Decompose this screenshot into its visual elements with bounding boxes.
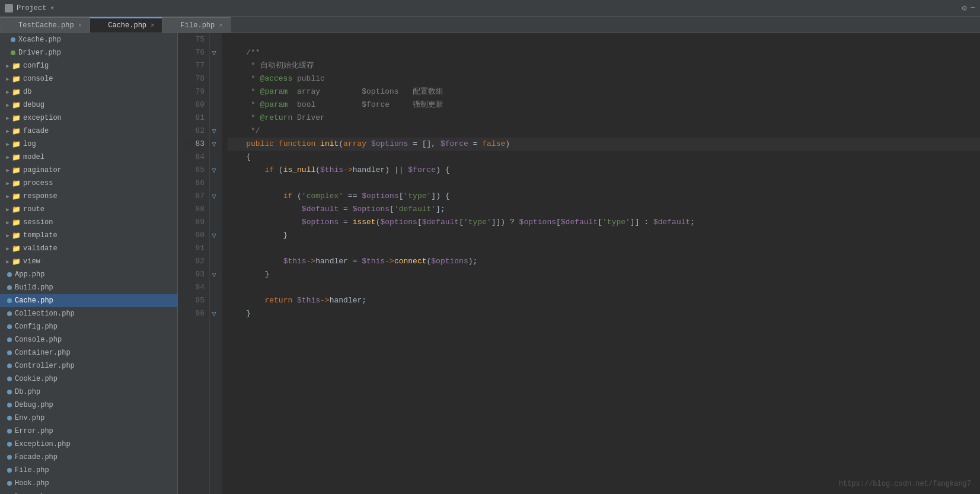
sidebar-item-app[interactable]: App.php xyxy=(0,268,177,281)
sidebar-item-debugphp[interactable]: Debug.php xyxy=(0,399,177,412)
title-bar: Project ▾ ⚙ − xyxy=(0,0,980,17)
tab-close-file[interactable]: × xyxy=(219,22,223,29)
gutter-83[interactable]: ▽ xyxy=(210,138,218,151)
gutter-96[interactable]: ▽ xyxy=(210,307,218,320)
gutter-84 xyxy=(210,151,218,164)
folder-icon-template: 📁 xyxy=(12,231,21,240)
tab-close-cache[interactable]: × xyxy=(151,22,155,29)
folder-icon-route: 📁 xyxy=(12,205,21,214)
folder-icon-response: 📁 xyxy=(12,192,21,201)
folder-arrow-config: ▶ xyxy=(5,63,11,69)
folder-icon-db: 📁 xyxy=(12,88,21,97)
file-icon-controller xyxy=(7,364,12,368)
folder-icon-console: 📁 xyxy=(12,75,21,84)
sidebar-item-hook[interactable]: Hook.php xyxy=(0,477,177,490)
sidebar-item-template[interactable]: ▶ 📁 template xyxy=(0,229,177,242)
editor-area: 75 76 77 78 79 80 81 82 83 84 85 86 87 8… xyxy=(178,33,980,494)
gutter-76[interactable]: ▽ xyxy=(210,46,218,59)
tab-dot-cache xyxy=(97,23,102,28)
sidebar-item-consolephp[interactable]: Console.php xyxy=(0,333,177,346)
minimize-icon[interactable]: − xyxy=(971,3,975,13)
watermark: https://blog.csdn.net/fangkang7 xyxy=(839,480,971,488)
sidebar-item-process[interactable]: ▶ 📁 process xyxy=(0,177,177,190)
folder-arrow-route: ▶ xyxy=(5,206,11,212)
sidebar-item-view[interactable]: ▶ 📁 view xyxy=(0,255,177,268)
tab-file[interactable]: File.php × xyxy=(162,17,231,33)
folder-icon-debug: 📁 xyxy=(12,101,21,110)
project-icon xyxy=(5,4,13,12)
sidebar-item-db[interactable]: ▶ 📁 db xyxy=(0,85,177,98)
gutter-85[interactable]: ▽ xyxy=(210,164,218,177)
code-line-78: * @access public xyxy=(228,72,980,85)
gutter-90[interactable]: ▽ xyxy=(210,229,218,242)
folder-arrow-response: ▶ xyxy=(5,193,11,199)
folder-icon-config: 📁 xyxy=(12,62,21,71)
folder-icon-model: 📁 xyxy=(12,153,21,162)
sidebar-item-driver[interactable]: Driver.php xyxy=(0,46,177,59)
sidebar-item-controller[interactable]: Controller.php xyxy=(0,359,177,372)
code-line-92: $this->handler = $this->connect($options… xyxy=(228,255,980,268)
sidebar-item-debug[interactable]: ▶ 📁 debug xyxy=(0,98,177,111)
code-lines[interactable]: /** * 自动初始化缓存 * @access public * @param … xyxy=(222,33,980,494)
file-icon-collection xyxy=(7,311,12,316)
sidebar-item-session[interactable]: ▶ 📁 session xyxy=(0,216,177,229)
file-icon-filephp xyxy=(7,468,12,473)
sidebar-item-log[interactable]: ▶ 📁 log xyxy=(0,138,177,151)
sidebar-item-lang[interactable]: Lang.php xyxy=(0,490,177,494)
tab-cache[interactable]: Cache.php × xyxy=(90,17,162,33)
gutter-87[interactable]: ▽ xyxy=(210,190,218,203)
sidebar-item-configphp[interactable]: Config.php xyxy=(0,320,177,333)
file-icon-env xyxy=(7,416,12,420)
sidebar-item-cookie[interactable]: Cookie.php xyxy=(0,372,177,385)
code-line-75 xyxy=(228,33,980,46)
tab-close-testcache[interactable]: × xyxy=(78,22,82,29)
sidebar-item-container[interactable]: Container.php xyxy=(0,346,177,359)
sidebar-item-env[interactable]: Env.php xyxy=(0,412,177,425)
code-line-86 xyxy=(228,177,980,190)
sidebar: Xcache.php Driver.php ▶ 📁 config ▶ 📁 con… xyxy=(0,33,178,494)
tab-testcache[interactable]: TestCache.php × xyxy=(0,17,90,33)
folder-arrow-session: ▶ xyxy=(5,219,11,225)
sidebar-item-validate[interactable]: ▶ 📁 validate xyxy=(0,242,177,255)
folder-arrow-process: ▶ xyxy=(5,180,11,186)
sidebar-item-response[interactable]: ▶ 📁 response xyxy=(0,190,177,203)
gutter-82[interactable]: ▽ xyxy=(210,125,218,138)
file-icon-error xyxy=(7,429,12,434)
gutter-80 xyxy=(210,98,218,111)
gutter-78 xyxy=(210,72,218,85)
folder-arrow-db: ▶ xyxy=(5,89,11,95)
code-line-76: /** xyxy=(228,46,980,59)
code-line-83: public function init(array $options = []… xyxy=(228,138,980,151)
gutter: ▽ ▽ ▽ ▽ ▽ ▽ ▽ ▽ xyxy=(210,33,222,494)
sidebar-item-config[interactable]: ▶ 📁 config xyxy=(0,59,177,72)
sidebar-item-facade[interactable]: ▶ 📁 facade xyxy=(0,125,177,138)
gutter-89 xyxy=(210,216,218,229)
sidebar-item-paginator[interactable]: ▶ 📁 paginator xyxy=(0,164,177,177)
project-label[interactable]: Project ▾ xyxy=(5,4,55,12)
sidebar-item-db[interactable]: Db.php xyxy=(0,385,177,399)
folder-icon-validate: 📁 xyxy=(12,244,21,253)
code-line-80: * @param bool $force 强制更新 xyxy=(228,98,980,111)
main-layout: Xcache.php Driver.php ▶ 📁 config ▶ 📁 con… xyxy=(0,33,980,494)
gutter-92 xyxy=(210,255,218,268)
sidebar-item-facadephp[interactable]: Facade.php xyxy=(0,451,177,464)
sidebar-item-error[interactable]: Error.php xyxy=(0,425,177,438)
sidebar-item-build[interactable]: Build.php xyxy=(0,281,177,294)
settings-icon[interactable]: ⚙ xyxy=(962,3,966,13)
sidebar-item-console[interactable]: ▶ 📁 console xyxy=(0,72,177,85)
gutter-93[interactable]: ▽ xyxy=(210,268,218,281)
sidebar-item-cache[interactable]: Cache.php xyxy=(0,294,177,307)
file-icon-driver xyxy=(11,50,15,55)
gutter-88 xyxy=(210,203,218,216)
sidebar-item-exception[interactable]: ▶ 📁 exception xyxy=(0,111,177,125)
sidebar-item-model[interactable]: ▶ 📁 model xyxy=(0,151,177,164)
file-icon-cookie xyxy=(7,377,12,381)
sidebar-item-exceptionphp[interactable]: Exception.php xyxy=(0,438,177,451)
sidebar-item-collection[interactable]: Collection.php xyxy=(0,307,177,320)
sidebar-item-xcache[interactable]: Xcache.php xyxy=(0,33,177,46)
file-icon-consolephp xyxy=(7,337,12,342)
code-container[interactable]: 75 76 77 78 79 80 81 82 83 84 85 86 87 8… xyxy=(178,33,980,494)
sidebar-item-route[interactable]: ▶ 📁 route xyxy=(0,203,177,216)
sidebar-item-filephp[interactable]: File.php xyxy=(0,464,177,477)
file-icon-build xyxy=(7,285,12,290)
